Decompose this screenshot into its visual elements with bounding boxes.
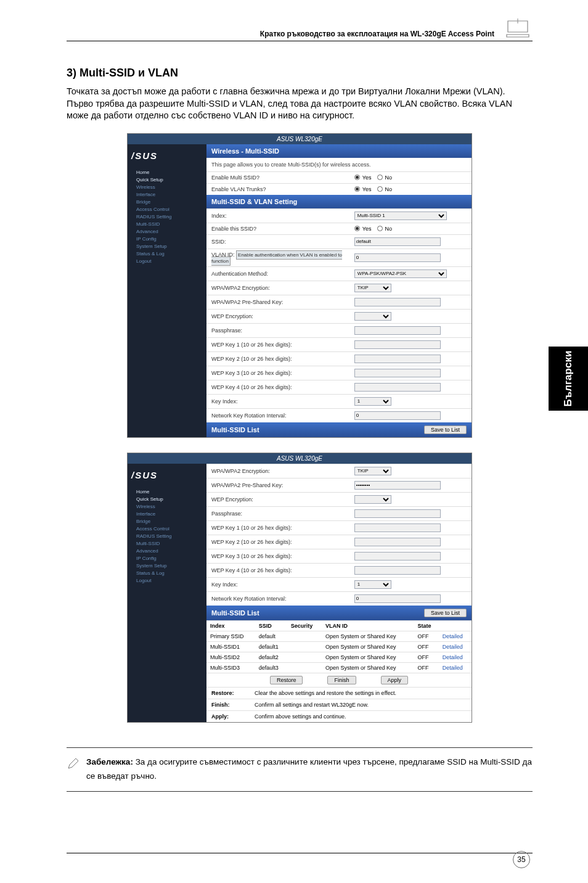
nav-link[interactable]: RADIUS Setting — [131, 533, 203, 540]
save-to-list-button[interactable]: Save to List — [424, 425, 467, 434]
text-input[interactable] — [354, 524, 441, 532]
screenshot-1: ASUS WL320gE /SUS HomeQuick SetupWireles… — [127, 133, 472, 438]
text-input[interactable] — [354, 594, 441, 603]
text-input[interactable] — [354, 481, 441, 490]
setting-label: WEP Key 3 (10 or 26 hex digits): — [211, 553, 354, 559]
table-cell: default — [255, 631, 287, 641]
setting-value — [354, 509, 467, 518]
apply-button[interactable]: Apply — [381, 676, 409, 684]
setting-row: Enable this SSID? Yes No — [206, 223, 472, 234]
setting-label: Network Key Rotation Interval: — [211, 596, 354, 602]
table-cell: default2 — [255, 652, 287, 662]
nav-link[interactable]: IP Config — [131, 236, 203, 243]
nav-link[interactable]: Wireless — [131, 184, 203, 191]
pencil-icon — [67, 755, 80, 773]
radio-yes[interactable] — [354, 186, 360, 192]
nav-link[interactable]: Advanced — [131, 548, 203, 555]
restore-button[interactable]: Restore — [270, 676, 303, 684]
table-header: Index — [206, 620, 255, 631]
nav-link[interactable]: Home — [131, 488, 203, 496]
select-input[interactable]: 1 — [354, 580, 391, 589]
nav-link[interactable]: Advanced — [131, 228, 203, 236]
detail-link[interactable]: Detailed — [443, 633, 463, 639]
setting-row: WPA/WPA2 Encryption:TKIP — [206, 281, 472, 295]
nav-link[interactable]: Bridge — [131, 199, 203, 206]
detail-link[interactable]: Detailed — [443, 654, 463, 660]
text-input[interactable] — [354, 340, 441, 349]
foot-key: Restore: — [206, 687, 250, 699]
nav-link[interactable]: Interface — [131, 191, 203, 199]
nav-link[interactable]: System Setup — [131, 243, 203, 250]
setting-label: WEP Key 2 (10 or 26 hex digits): — [211, 356, 354, 362]
nav-link[interactable]: Quick Setup — [131, 496, 203, 503]
setting-label: WEP Key 4 (10 or 26 hex digits): — [211, 384, 354, 390]
logo: /SUS — [131, 469, 203, 483]
setting-value: WPA-PSK/WPA2-PSK — [354, 269, 467, 278]
setting-label: Passphrase: — [211, 511, 354, 517]
select-input[interactable]: 1 — [354, 397, 391, 406]
text-input[interactable] — [354, 253, 441, 262]
nav-link[interactable]: Wireless — [131, 503, 203, 511]
nav-link[interactable]: Status & Log — [131, 250, 203, 258]
text-input[interactable] — [354, 326, 441, 335]
nav-link[interactable]: Access Control — [131, 206, 203, 213]
text-input[interactable] — [354, 237, 441, 246]
nav-link[interactable]: Status & Log — [131, 570, 203, 577]
detail-link[interactable]: Detailed — [443, 665, 463, 671]
setting-value — [354, 552, 467, 561]
nav-link[interactable]: Home — [131, 169, 203, 176]
text-input[interactable] — [354, 509, 441, 518]
nav-link[interactable]: System Setup — [131, 562, 203, 570]
nav-link[interactable]: IP Config — [131, 555, 203, 562]
nav-link[interactable]: Logout — [131, 577, 203, 585]
nav-link[interactable]: Logout — [131, 258, 203, 265]
radio-yes[interactable] — [354, 175, 360, 180]
detail-link[interactable]: Detailed — [443, 644, 463, 650]
setting-value — [354, 340, 467, 349]
radio-no[interactable] — [377, 175, 383, 180]
select-input[interactable] — [354, 495, 391, 504]
note-label: Забележка: — [86, 757, 133, 766]
text-input[interactable] — [354, 566, 441, 575]
select-input[interactable] — [354, 312, 391, 321]
setting-label: Index: — [211, 213, 354, 219]
foot-value: Clear the above settings and restore the… — [250, 687, 472, 699]
action-descriptions: Restore:Clear the above settings and res… — [206, 687, 472, 722]
finish-button[interactable]: Finish — [327, 676, 356, 684]
setting-value — [354, 326, 467, 335]
text-input[interactable] — [354, 383, 441, 392]
setting-value — [354, 383, 467, 392]
select-input[interactable]: WPA-PSK/WPA2-PSK — [354, 269, 447, 278]
nav-link[interactable]: Multi-SSID — [131, 540, 203, 548]
save-to-list-button[interactable]: Save to List — [424, 609, 467, 617]
setting-label: WPA/WPA2 Pre-Shared Key: — [211, 299, 354, 305]
select-input[interactable]: TKIP — [354, 467, 391, 475]
setting-value: TKIP — [354, 284, 467, 292]
nav-link[interactable]: Access Control — [131, 525, 203, 533]
nav-link[interactable]: Multi-SSID — [131, 221, 203, 228]
radio-yes[interactable] — [354, 226, 360, 231]
text-input[interactable] — [354, 538, 441, 546]
text-input[interactable] — [354, 369, 441, 377]
nav-link[interactable]: RADIUS Setting — [131, 213, 203, 221]
setting-label: WEP Key 1 (10 or 26 hex digits): — [211, 525, 354, 531]
text-input[interactable] — [354, 411, 441, 420]
table-row: Multi-SSID1default1Open System or Shared… — [206, 641, 472, 652]
setting-value — [354, 355, 467, 363]
panel-head-vlan: Multi-SSID & VLAN Setting — [206, 195, 472, 208]
nav-link[interactable]: Quick Setup — [131, 176, 203, 184]
radio-no[interactable] — [377, 226, 383, 231]
nav-link[interactable]: Bridge — [131, 518, 203, 525]
setting-row: Key Index:1 — [206, 394, 472, 408]
select-input[interactable]: TKIP — [354, 284, 391, 292]
text-input[interactable] — [354, 355, 441, 363]
logo: /SUS — [131, 149, 203, 163]
setting-value — [354, 538, 467, 546]
text-input[interactable] — [354, 552, 441, 561]
setting-row: WEP Key 2 (10 or 26 hex digits): — [206, 535, 472, 549]
select-input[interactable]: Multi-SSID 1 — [354, 212, 447, 220]
text-input[interactable] — [354, 298, 441, 306]
table-cell — [287, 641, 322, 652]
radio-no[interactable] — [377, 186, 383, 192]
nav-link[interactable]: Interface — [131, 511, 203, 518]
